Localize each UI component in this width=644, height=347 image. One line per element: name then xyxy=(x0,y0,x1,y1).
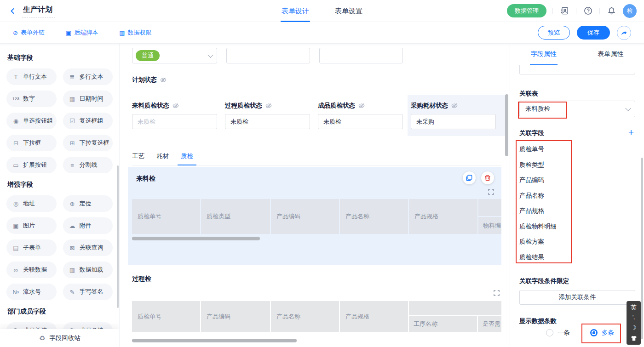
field-recycle-bin-button[interactable]: ♻ 字段回收站 xyxy=(0,329,119,347)
column-header: 工序名称 xyxy=(409,316,477,332)
page-title[interactable]: 生产计划 xyxy=(22,4,55,17)
horizontal-scrollbar[interactable] xyxy=(132,339,297,342)
related-field-item[interactable]: 质检方案 xyxy=(519,234,572,250)
external-link-button[interactable]: ⊘ 表单外链 xyxy=(13,28,45,37)
panel-scrollbar[interactable] xyxy=(641,158,643,339)
related-field-item[interactable]: 质检单号 xyxy=(519,142,572,157)
tab-form-properties[interactable]: 表单属性 xyxy=(577,44,644,65)
field-pill-serial-number[interactable]: №流水号 xyxy=(6,284,57,300)
field-value[interactable]: 未质检 xyxy=(132,114,217,129)
field-pill-related-query[interactable]: ⊠关联查询 xyxy=(63,239,113,256)
empty-field-input[interactable] xyxy=(319,48,403,63)
divider-line-icon: ≡ xyxy=(69,162,76,169)
form-toolbar: ⊘ 表单外链 ▣ 后端脚本 ▥ 数据权限 预览 保存 xyxy=(0,22,644,44)
pill-label: 关联查询 xyxy=(80,244,104,252)
related-field-item[interactable]: 产品名称 xyxy=(519,188,572,204)
pill-label: 下拉框 xyxy=(23,139,41,147)
incoming-inspection-subform[interactable]: 来料检 质检单号 质检类型 产品编码 产品名称 产品规格 xyxy=(128,167,501,265)
field-pill-data-load[interactable]: ▥数据加载 xyxy=(63,262,113,278)
horizontal-scrollbar[interactable] xyxy=(132,237,260,240)
empty-field-input[interactable] xyxy=(226,48,310,63)
share-button[interactable] xyxy=(617,26,631,40)
tab-field-properties[interactable]: 字段属性 xyxy=(510,44,577,65)
radio-selected-icon xyxy=(590,329,598,336)
help-icon[interactable] xyxy=(582,6,593,17)
radio-option-multiple[interactable]: 多条 xyxy=(590,329,614,337)
pill-label: 下拉复选框 xyxy=(80,139,109,147)
related-field-item[interactable]: 产品规格 xyxy=(519,203,572,219)
level-select[interactable]: 普通 xyxy=(132,48,217,63)
process-qc-status-field[interactable]: 过程质检状态 未质检 xyxy=(225,102,310,129)
related-field-item[interactable]: 产品编码 xyxy=(519,172,572,188)
related-field-item[interactable]: 质检类型 xyxy=(519,157,572,173)
purchase-material-status-field[interactable]: 采购耗材状态 未采购 xyxy=(411,102,496,129)
process-inspection-subform-title[interactable]: 过程检 xyxy=(132,275,151,283)
ime-punctuation-indicator[interactable]: ’, xyxy=(632,315,635,320)
recycle-label: 字段回收站 xyxy=(49,334,80,342)
tab-craft[interactable]: 工艺 xyxy=(132,152,144,160)
ime-skin-shirt-icon[interactable] xyxy=(631,336,637,341)
finished-qc-status-field[interactable]: 成品质检状态 未质检 xyxy=(318,102,403,129)
field-pill-single-line-text[interactable]: T单行文本 xyxy=(6,68,57,85)
canvas-scrollbar[interactable] xyxy=(505,94,508,156)
field-pill-related-data[interactable]: ∞关联数据 xyxy=(6,262,57,278)
ime-dark-mode-moon-icon[interactable]: ☽ xyxy=(631,324,637,330)
save-button[interactable]: 保存 xyxy=(577,26,610,40)
preview-button[interactable]: 预览 xyxy=(538,26,570,40)
incoming-qc-status-field[interactable]: 来料质检状态 未质检 xyxy=(132,102,217,129)
related-field-item[interactable]: 质检结果 xyxy=(519,250,572,265)
plan-status-field[interactable]: 计划状态 xyxy=(132,76,167,84)
subform-icon: ▤ xyxy=(12,245,19,251)
field-pill-multi-dropdown[interactable]: ⊞下拉复选框 xyxy=(63,135,113,151)
serial-number-icon: № xyxy=(12,289,19,296)
field-pill-multi-line-text[interactable]: ≣多行文本 xyxy=(63,68,113,85)
copy-button[interactable] xyxy=(463,171,476,184)
field-pill-attachment[interactable]: ☁附件 xyxy=(63,217,113,234)
delete-button[interactable] xyxy=(481,171,494,184)
backend-script-button[interactable]: ▣ 后端脚本 xyxy=(66,28,98,37)
pill-label: 日期时间 xyxy=(80,95,104,103)
field-pill-dropdown[interactable]: ⊟下拉框 xyxy=(6,135,57,151)
radio-option-single[interactable]: 一条 xyxy=(546,329,570,337)
related-table-select[interactable]: 来料质检 xyxy=(519,101,635,117)
pill-label: 单行文本 xyxy=(23,73,47,81)
scrolled-input-partial[interactable] xyxy=(519,65,635,74)
notification-bell-icon[interactable] xyxy=(606,6,617,17)
tab-quality-inspection[interactable]: 质检 xyxy=(181,152,193,160)
tab-form-settings[interactable]: 表单设置 xyxy=(335,0,362,22)
column-header: 是否需 xyxy=(478,316,501,332)
field-pill-subform[interactable]: ▤子表单 xyxy=(6,239,57,256)
user-avatar[interactable]: 检 xyxy=(623,4,637,18)
field-pill-radio-group[interactable]: ◉单选按钮组 xyxy=(6,113,57,129)
field-pill-image[interactable]: ▣图片 xyxy=(6,217,57,234)
detail-tabs: 工艺 耗材 质检 xyxy=(132,152,501,165)
field-pill-number[interactable]: 123数字 xyxy=(6,91,57,107)
field-value[interactable]: 未质检 xyxy=(225,114,310,129)
field-pill-checkbox-group[interactable]: ☑复选框组 xyxy=(63,113,113,129)
field-value[interactable]: 未质检 xyxy=(318,114,403,129)
add-related-field-icon[interactable]: + xyxy=(628,127,634,137)
fullscreen-icon[interactable] xyxy=(494,290,500,296)
field-pill-signature[interactable]: ✎手写签名 xyxy=(63,284,113,300)
add-condition-button[interactable]: 添加关联条件 xyxy=(519,290,635,305)
field-pill-location[interactable]: ⊕定位 xyxy=(63,195,113,212)
sidebar-scrollbar[interactable] xyxy=(117,165,119,308)
field-pill-address[interactable]: ◎地址 xyxy=(6,195,57,212)
fullscreen-icon[interactable] xyxy=(488,189,494,195)
ime-language-indicator[interactable]: 英 xyxy=(631,304,637,310)
related-field-item[interactable]: 质检物料明细 xyxy=(519,219,572,234)
pill-label: 地址 xyxy=(23,199,35,208)
field-pill-datetime[interactable]: ▦日期时间 xyxy=(63,91,113,107)
data-manage-button[interactable]: 数据管理 xyxy=(507,4,546,17)
back-icon[interactable] xyxy=(7,6,18,17)
field-pill-divider[interactable]: ≡分割线 xyxy=(63,157,113,173)
app-header: 生产计划 表单设计 表单设置 数据管理 检 xyxy=(0,0,644,22)
field-label: 来料质检状态 xyxy=(132,102,169,110)
field-value[interactable]: 未采购 xyxy=(411,114,496,129)
tab-form-design[interactable]: 表单设计 xyxy=(282,0,309,22)
related-query-icon: ⊠ xyxy=(69,245,76,251)
contacts-book-icon[interactable] xyxy=(559,6,570,17)
data-permission-button[interactable]: ▥ 数据权限 xyxy=(119,28,151,37)
tab-material[interactable]: 耗材 xyxy=(156,152,169,160)
field-pill-extend-button[interactable]: ▭扩展按钮 xyxy=(6,157,57,173)
